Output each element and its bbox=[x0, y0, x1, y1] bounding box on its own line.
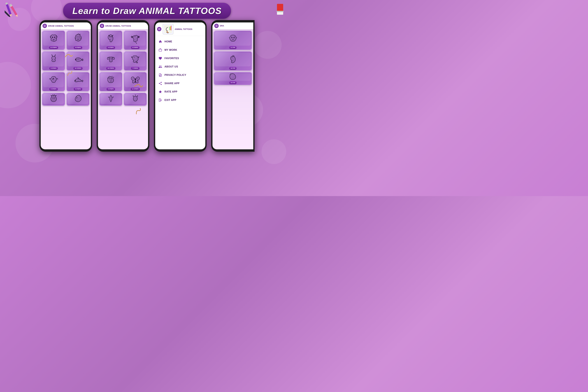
phone-3-menu: ANIMAL TATTOOS HOME bbox=[154, 20, 207, 152]
tattoo-item-dragon2[interactable]: 8 STEPS bbox=[124, 30, 147, 50]
svg-rect-24 bbox=[164, 25, 172, 33]
tattoo-img-ram bbox=[100, 52, 121, 66]
steps-badge-horse: 10 STE bbox=[229, 67, 236, 70]
menu-item-rate[interactable]: RATE APP bbox=[155, 88, 205, 96]
svg-point-23 bbox=[135, 79, 136, 80]
phone-4-grid: 11 STE 10 STE bbox=[212, 29, 253, 86]
steps-badge-dragon: 7 STEPS bbox=[131, 67, 139, 70]
phone-1-screen: DRAW ANIMAL TATTOOS bbox=[41, 22, 91, 149]
hamburger-menu-icon-2[interactable] bbox=[100, 24, 104, 28]
pencils-decoration-left bbox=[5, 2, 26, 17]
tattoo-item-dolphin[interactable]: 9 STEPS bbox=[66, 72, 90, 92]
svg-point-22 bbox=[111, 78, 112, 79]
tattoo-img-face bbox=[215, 32, 251, 46]
tattoo-item-wolf[interactable]: 8 STEPS bbox=[66, 30, 90, 50]
tattoo-img-dolphin bbox=[68, 73, 88, 87]
share-icon bbox=[158, 82, 162, 86]
hamburger-menu-icon[interactable] bbox=[42, 24, 47, 28]
tattoo-item-wolf2[interactable] bbox=[99, 93, 122, 106]
svg-point-32 bbox=[233, 37, 234, 38]
tattoo-item-lion3[interactable]: 10 STE bbox=[214, 72, 252, 85]
briefcase-icon bbox=[158, 48, 162, 52]
steps-badge-eagle: 8 STEPS bbox=[49, 88, 57, 90]
steps-badge-snake: 9 STEPS bbox=[107, 46, 115, 49]
phone-4-header: DRA bbox=[212, 22, 253, 29]
svg-rect-30 bbox=[170, 27, 170, 30]
tattoo-item-butterfly[interactable]: 11 STEPS bbox=[124, 72, 147, 92]
tattoo-item-dragon[interactable]: 7 STEPS bbox=[124, 51, 147, 71]
menu-item-favorites[interactable]: FAVORITES bbox=[155, 54, 205, 62]
phone-2-title: DRAW ANIMAL TATTOOS bbox=[105, 25, 131, 27]
heart-icon bbox=[158, 56, 162, 60]
steps-badge-wolf: 8 STEPS bbox=[74, 46, 82, 49]
menu-header: ANIMAL TATTOOS bbox=[155, 22, 205, 36]
svg-rect-28 bbox=[171, 26, 171, 30]
menu-item-exit[interactable]: EXIT APP bbox=[155, 96, 205, 104]
tattoo-item-snake[interactable]: 9 STEPS bbox=[99, 30, 122, 50]
hamburger-menu-icon-3[interactable] bbox=[157, 27, 161, 31]
tattoo-img-dragon bbox=[125, 52, 146, 66]
phone-2-header: DRAW ANIMAL TATTOOS bbox=[98, 22, 148, 29]
tattoo-img-lion3 bbox=[215, 73, 251, 81]
steps-badge-butterfly: 11 STEPS bbox=[131, 88, 140, 90]
tattoo-item-eagle[interactable]: 8 STEPS bbox=[42, 72, 65, 92]
star-icon bbox=[158, 90, 162, 94]
tattoo-img-lion2 bbox=[100, 73, 121, 87]
tattoo-item-lion2[interactable]: 9 STEPS bbox=[99, 72, 122, 92]
phone-4-screen: DRA bbox=[212, 22, 253, 149]
svg-point-31 bbox=[231, 37, 232, 38]
tattoo-item-demon[interactable] bbox=[42, 93, 65, 106]
svg-point-20 bbox=[134, 57, 134, 58]
tattoo-item-horse[interactable]: 10 STE bbox=[214, 51, 252, 71]
menu-label-aboutus: ABOUT US bbox=[164, 65, 178, 68]
menu-item-home[interactable]: HOME bbox=[155, 38, 205, 46]
svg-point-19 bbox=[111, 58, 112, 59]
menu-item-mywork[interactable]: MY WORK bbox=[155, 46, 205, 54]
menu-label-home: HOME bbox=[164, 40, 172, 43]
tattoo-img-eagle bbox=[43, 73, 64, 87]
menu-label-mywork: MY WORK bbox=[164, 48, 177, 52]
phone-3-screen: ANIMAL TATTOOS HOME bbox=[155, 22, 205, 149]
svg-point-13 bbox=[54, 37, 55, 38]
steps-badge-face: 11 STE bbox=[229, 46, 236, 49]
tattoo-img-lion bbox=[43, 32, 64, 46]
svg-rect-11 bbox=[277, 11, 283, 12]
steps-badge-dolphin: 9 STEPS bbox=[74, 88, 82, 90]
steps-badge-lion: 12 STEPS bbox=[49, 46, 58, 49]
tattoo-item-face[interactable]: 11 STE bbox=[214, 30, 252, 50]
tattoo-img-fish2 bbox=[68, 94, 88, 104]
steps-badge-ram: 22 STEPS bbox=[106, 67, 115, 70]
tattoo-img-fish-tribal bbox=[68, 52, 88, 66]
tattoo-img-deer bbox=[43, 52, 64, 66]
tattoo-item-fish-tribal[interactable]: 10 STEPS bbox=[66, 51, 90, 71]
steps-badge-fish-tribal: 10 STEPS bbox=[73, 67, 82, 70]
svg-point-18 bbox=[109, 58, 110, 59]
menu-item-aboutus[interactable]: ABOUT US bbox=[155, 62, 205, 71]
tattoo-item-deer[interactable]: 8 STEPS bbox=[42, 51, 65, 71]
hamburger-menu-icon-4[interactable] bbox=[214, 24, 219, 28]
menu-label-rate: RATE APP bbox=[164, 90, 177, 93]
steps-badge-dragon2: 8 STEPS bbox=[131, 46, 139, 49]
tattoo-img-spike bbox=[125, 94, 146, 104]
svg-point-17 bbox=[134, 36, 135, 37]
svg-point-15 bbox=[53, 78, 54, 78]
title-banner: Learn to Draw ANIMAL TATTOOS bbox=[63, 3, 231, 19]
menu-label-exit: EXIT APP bbox=[164, 99, 176, 102]
app-logo bbox=[163, 24, 173, 34]
phone-1: DRAW ANIMAL TATTOOS bbox=[39, 20, 92, 152]
menu-items-list: HOME MY WORK bbox=[155, 36, 205, 106]
tattoo-item-ram[interactable]: 22 STEPS bbox=[99, 51, 122, 71]
menu-item-share[interactable]: SHARE APP bbox=[155, 79, 205, 88]
phones-container: DRAW ANIMAL TATTOOS bbox=[39, 20, 255, 152]
tattoo-item-lion[interactable]: 12 STEPS bbox=[42, 30, 65, 50]
tattoo-item-spike[interactable] bbox=[124, 93, 147, 106]
menu-item-privacy[interactable]: PRIVACY POLICY bbox=[155, 71, 205, 79]
phone-2-screen: DRAW ANIMAL TATTOOS bbox=[98, 22, 148, 149]
steps-badge-lion3: 10 STE bbox=[229, 82, 236, 84]
tattoo-img-wolf2 bbox=[100, 94, 121, 104]
menu-app-title: ANIMAL TATTOOS bbox=[175, 28, 192, 30]
phone-4-partial: DRA bbox=[211, 20, 255, 152]
tattoo-item-fish2[interactable] bbox=[66, 93, 90, 106]
people-icon bbox=[158, 65, 162, 69]
menu-label-privacy: PRIVACY POLICY bbox=[164, 74, 186, 76]
